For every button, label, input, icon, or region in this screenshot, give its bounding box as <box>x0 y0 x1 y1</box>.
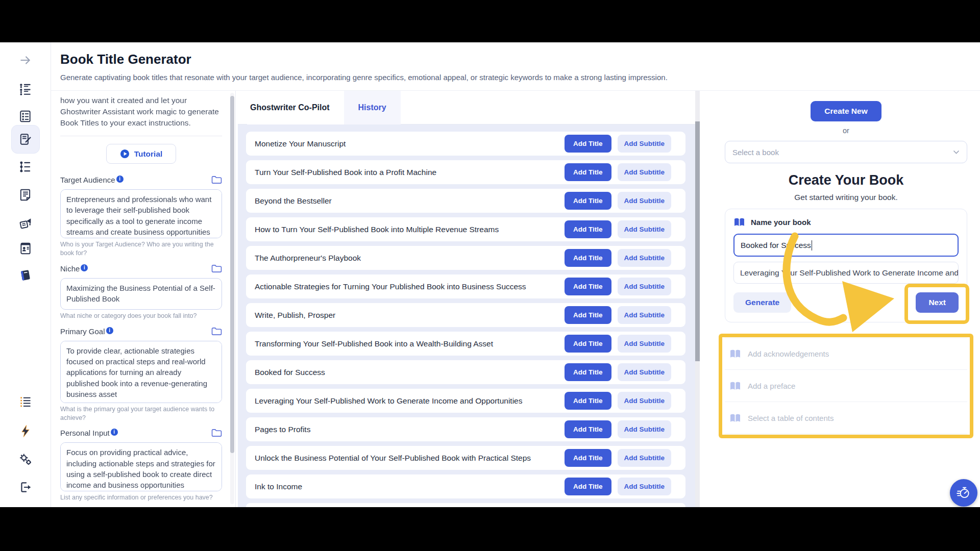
text-cursor <box>812 240 813 251</box>
page-subtitle: Generate captivating book titles that re… <box>60 73 668 82</box>
open-book-icon <box>729 413 741 423</box>
title-row: Transforming Your Self-Published Book in… <box>246 332 685 356</box>
add-subtitle-button[interactable]: Add Subtitle <box>618 420 672 438</box>
info-icon[interactable]: i <box>106 327 113 334</box>
add-title-button[interactable]: Add Title <box>565 135 611 153</box>
create-your-book-heading: Create Your Book <box>725 172 967 188</box>
target-audience-input[interactable]: Entrepreneurs and professionals who want… <box>60 189 222 238</box>
add-title-button[interactable]: Add Title <box>565 392 611 410</box>
add-title-button[interactable]: Add Title <box>565 449 611 467</box>
title-row: Write, Publish, ProsperAdd TitleAdd Subt… <box>246 303 685 327</box>
next-button[interactable]: Next <box>916 292 959 313</box>
folder-icon[interactable] <box>211 327 222 338</box>
folder-icon[interactable] <box>211 176 222 186</box>
select-book-dropdown[interactable]: Select a book <box>725 141 967 163</box>
add-subtitle-button[interactable]: Add Subtitle <box>618 306 672 324</box>
add-preface-option[interactable]: Add a preface <box>725 370 967 402</box>
personal-input-field[interactable]: Focus on providing practical advice, inc… <box>60 442 222 491</box>
niche-input[interactable]: Maximizing the Business Potential of a S… <box>60 278 222 310</box>
add-title-button[interactable]: Add Title <box>565 420 611 438</box>
tutorial-button[interactable]: Tutorial <box>106 144 177 164</box>
tab-ghostwriter-copilot[interactable]: Ghostwriter Co-Pilot <box>247 91 344 124</box>
add-title-button[interactable]: Add Title <box>565 363 611 381</box>
field-helper: What is the primary goal your target aud… <box>60 405 222 422</box>
title-row: Booked for SuccessAdd TitleAdd Subtitle <box>246 360 685 384</box>
primary-goal-input[interactable]: To provide clear, actionable strategies … <box>60 341 222 403</box>
add-title-button[interactable]: Add Title <box>565 335 611 353</box>
info-icon[interactable]: i <box>81 264 88 271</box>
outline-builder-icon[interactable] <box>19 110 32 123</box>
chapter-list-icon[interactable] <box>19 160 32 173</box>
author-profile-icon[interactable] <box>19 242 32 255</box>
quick-actions-icon[interactable] <box>19 424 32 438</box>
info-icon[interactable]: i <box>111 429 118 436</box>
field-niche: Nichei Maximizing the Business Potential… <box>60 264 222 320</box>
stopwatch-icon <box>956 485 971 500</box>
add-title-button[interactable]: Add Title <box>565 192 611 210</box>
add-title-button[interactable]: Add Title <box>565 278 611 295</box>
speed-timer-fab[interactable] <box>950 479 977 507</box>
add-subtitle-button[interactable]: Add Subtitle <box>618 392 672 410</box>
add-title-button[interactable]: Add Title <box>565 220 611 238</box>
open-book-icon <box>733 217 745 227</box>
add-subtitle-button[interactable]: Add Subtitle <box>618 249 672 267</box>
add-title-button[interactable]: Add Title <box>565 163 611 181</box>
title-row: Beyond the BestsellerAdd TitleAdd Subtit… <box>246 189 685 213</box>
add-subtitle-button[interactable]: Add Subtitle <box>618 220 672 238</box>
create-your-book-subheading: Get started writing your book. <box>725 193 967 202</box>
tutorial-label: Tutorial <box>134 149 163 159</box>
select-table-of-contents-option[interactable]: Select a table of contents <box>725 402 967 434</box>
generated-title: How to Turn Your Self-Published Book int… <box>255 225 565 234</box>
add-subtitle-button[interactable]: Add Subtitle <box>618 335 672 353</box>
book-marketing-icon[interactable] <box>19 216 32 230</box>
add-title-button[interactable]: Add Title <box>565 478 611 495</box>
add-acknowledgements-option[interactable]: Add acknowledgements <box>725 338 967 370</box>
titles-scrollbar[interactable] <box>695 91 700 507</box>
book-name-input[interactable]: Booked for Success <box>733 234 959 257</box>
name-your-book-label: Name your book <box>751 218 811 227</box>
generate-book-name-button[interactable]: Generate <box>733 292 791 313</box>
settings-icon[interactable] <box>19 453 32 466</box>
form-panel-scrollbar[interactable] <box>230 93 234 504</box>
add-subtitle-button[interactable]: Add Subtitle <box>618 278 672 295</box>
open-book-icon <box>729 349 741 359</box>
book-library-icon[interactable] <box>19 269 32 282</box>
field-label: Niche <box>60 264 80 273</box>
title-row: Leveraging Your Self-Published Work to G… <box>246 389 685 413</box>
field-label: Target Audience <box>60 176 115 184</box>
title-row: Actionable Strategies for Turning Your P… <box>246 274 685 298</box>
field-helper: What niche or category does your book fa… <box>60 312 222 320</box>
add-subtitle-button[interactable]: Add Subtitle <box>618 163 672 181</box>
manuscript-icon[interactable] <box>19 188 32 202</box>
book-title-generator-icon[interactable] <box>19 133 32 146</box>
add-title-button[interactable]: Add Title <box>565 249 611 267</box>
folder-icon[interactable] <box>211 264 222 275</box>
title-row: Pages to ProfitsAdd TitleAdd Subtitle <box>246 417 685 441</box>
field-primary-goal: Primary Goali To provide clear, actionab… <box>60 327 222 422</box>
add-subtitle-button[interactable]: Add Subtitle <box>618 192 672 210</box>
generated-title: Leveraging Your Self-Published Work to G… <box>255 396 565 406</box>
saved-lists-icon[interactable] <box>19 395 32 408</box>
add-subtitle-button[interactable]: Add Subtitle <box>618 478 672 495</box>
book-subtitle-input[interactable]: Leveraging Your Self-Published Work to G… <box>733 262 959 284</box>
audience-builder-icon[interactable] <box>19 83 32 96</box>
add-title-button[interactable]: Add Title <box>565 306 611 324</box>
add-subtitle-button[interactable]: Add Subtitle <box>618 135 672 153</box>
option-label: Add a preface <box>748 382 795 390</box>
field-personal-input: Personal Inputi Focus on providing pract… <box>60 429 222 502</box>
copilot-panel: Ghostwriter Co-Pilot History Monetize Yo… <box>238 91 700 507</box>
expand-sidebar-arrow-icon[interactable] <box>19 54 32 67</box>
folder-icon[interactable] <box>211 429 222 439</box>
book-name-value: Booked for Success <box>741 241 811 250</box>
add-subtitle-button[interactable]: Add Subtitle <box>618 363 672 381</box>
panel-intro-text: how you want it created and let your Gho… <box>60 95 222 136</box>
logout-icon[interactable] <box>19 481 32 494</box>
field-label: Primary Goal <box>60 327 105 336</box>
create-new-button[interactable]: Create New <box>811 101 881 121</box>
add-subtitle-button[interactable]: Add Subtitle <box>618 449 672 467</box>
generated-title: Ink to Income <box>255 482 565 491</box>
field-helper: Who is your Target Audience? Who are you… <box>60 240 222 258</box>
info-icon[interactable]: i <box>116 176 124 183</box>
tab-history[interactable]: History <box>344 91 401 124</box>
option-label: Select a table of contents <box>748 414 834 422</box>
